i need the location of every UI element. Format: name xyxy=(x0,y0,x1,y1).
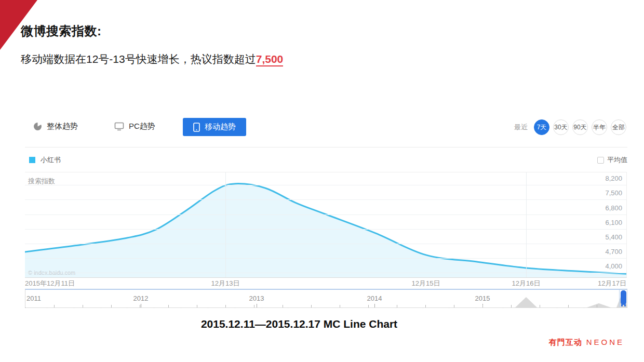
subtitle-text: 移动端数据在12号-13号快速增长，热议指数超过 xyxy=(21,53,256,65)
timeline-tick xyxy=(254,305,254,307)
slide-canvas: 微博搜索指数: 移动端数据在12号-13号快速增长，热议指数超过7,500 整体… xyxy=(0,0,644,362)
y-gridline xyxy=(25,199,626,200)
y-axis-label: 8,200 xyxy=(605,175,622,182)
range-pill-90天[interactable]: 90天 xyxy=(572,119,588,135)
timeline-tick xyxy=(597,305,597,307)
selection-edge-line xyxy=(619,290,620,307)
time-range-group: 最近 7天30天90天半年全部 xyxy=(514,119,626,135)
x-axis-label: 12月15日 xyxy=(412,279,440,288)
y-gridline xyxy=(25,229,626,230)
timeline-tick xyxy=(425,305,426,307)
trend-widget: 整体趋势 PC趋势 移动趋势 最近 7天30天90天半年全部 小红书 平均 xyxy=(25,117,627,308)
timeline-year-label: 2013 xyxy=(249,294,264,302)
timeline-tick xyxy=(283,305,283,307)
y-axis-label: 4,000 xyxy=(605,262,622,270)
y-axis-label: 6,800 xyxy=(605,204,622,212)
brand-logo: 有門互动NEONE xyxy=(549,338,624,347)
x-gridline xyxy=(225,172,226,277)
x-axis-label: 2015年12月11日 xyxy=(25,279,75,288)
timeline-year-tick xyxy=(141,304,141,307)
timeline-tick xyxy=(482,305,483,307)
timeline-tick xyxy=(83,305,83,307)
timeline-year-tick xyxy=(257,304,257,307)
y-gridline xyxy=(25,214,626,215)
timeline-year-label: 2012 xyxy=(133,294,149,302)
page-subtitle: 移动端数据在12号-13号快速增长，热议指数超过7,500 xyxy=(21,52,283,66)
timeline-tick xyxy=(454,305,454,307)
x-gridline xyxy=(526,172,527,277)
average-checkbox[interactable] xyxy=(597,157,604,164)
chart-caption: 2015.12.11—2015.12.17 MC Line Chart xyxy=(0,318,598,330)
y-axis-label: 4,700 xyxy=(605,248,622,256)
y-gridline xyxy=(25,258,626,259)
range-pill-半年[interactable]: 半年 xyxy=(592,119,607,135)
tab-overall-trend[interactable]: 整体趋势 xyxy=(33,122,78,131)
timeline-tick xyxy=(568,305,569,307)
range-pill-全部[interactable]: 全部 xyxy=(611,119,626,135)
y-gridline xyxy=(25,185,626,185)
legend-swatch xyxy=(29,157,35,163)
page-title: 微博搜索指数: xyxy=(21,23,102,39)
mobile-icon xyxy=(193,123,200,132)
timeline-tick xyxy=(168,305,169,307)
pie-icon xyxy=(33,122,42,131)
range-group-label: 最近 xyxy=(514,123,528,132)
timeline-tick xyxy=(54,305,55,307)
timeline-profile xyxy=(25,293,627,307)
area-chart xyxy=(25,172,626,277)
legend-series-label: 小红书 xyxy=(41,155,61,165)
timeline-year-label: 2014 xyxy=(367,294,382,302)
y-axis-label: 6,100 xyxy=(605,219,622,226)
timeline-tick xyxy=(311,305,312,307)
timeline-tick xyxy=(340,305,340,307)
monitor-icon xyxy=(114,122,124,131)
tab-label: PC趋势 xyxy=(129,122,155,131)
logo-cn: 有門互动 xyxy=(549,338,582,346)
tab-mobile-trend[interactable]: 移动趋势 xyxy=(183,118,246,136)
handle-tooth xyxy=(624,304,626,306)
tab-label: 移动趋势 xyxy=(205,122,236,132)
timeline-tick xyxy=(225,305,226,307)
timeline-tick xyxy=(140,305,140,307)
timeline-tick xyxy=(540,305,540,307)
x-axis-labels: 2015年12月11日12月13日12月15日12月16日12月17日 xyxy=(25,279,626,288)
y-axis-label: 5,400 xyxy=(605,233,622,241)
series-area-fill xyxy=(25,184,626,277)
timeline-scrubber[interactable]: 20112012201320142015 xyxy=(25,289,627,308)
tab-label: 整体趋势 xyxy=(47,122,78,131)
range-pill-30天[interactable]: 30天 xyxy=(553,119,569,135)
average-toggle[interactable]: 平均值 xyxy=(597,155,627,165)
logo-en: NEONE xyxy=(586,338,624,346)
y-gridline xyxy=(25,273,626,273)
x-axis-label: 12月16日 xyxy=(512,279,541,288)
timeline-tick xyxy=(111,305,112,307)
timeline-year-tick xyxy=(374,304,375,307)
x-axis-label: 12月17日 xyxy=(598,279,626,288)
timeline-tick xyxy=(397,305,397,307)
tab-pc-trend[interactable]: PC趋势 xyxy=(114,122,155,131)
subtitle-highlight-value: 7,500 xyxy=(256,53,284,66)
handle-tooth xyxy=(621,304,623,306)
x-axis-label: 12月13日 xyxy=(211,279,240,288)
toolbar-divider xyxy=(25,147,627,148)
timeline-tick xyxy=(368,305,369,307)
line-chart-plot: 搜索指数 © index.baidu.com 8,2007,5006,8006,… xyxy=(25,172,627,278)
range-pill-7天[interactable]: 7天 xyxy=(534,119,549,135)
timeline-mini-chart xyxy=(25,289,627,307)
timeline-year-label: 2015 xyxy=(475,294,490,302)
y-gridline xyxy=(25,244,626,244)
range-pills: 7天30天90天半年全部 xyxy=(534,119,626,135)
timeline-tick xyxy=(511,305,512,307)
timeline-tick xyxy=(197,305,197,307)
timeline-year-label: 2011 xyxy=(26,294,41,302)
average-label: 平均值 xyxy=(607,155,627,165)
y-axis-label: 7,500 xyxy=(605,189,622,197)
timeline-handle[interactable] xyxy=(621,290,626,305)
